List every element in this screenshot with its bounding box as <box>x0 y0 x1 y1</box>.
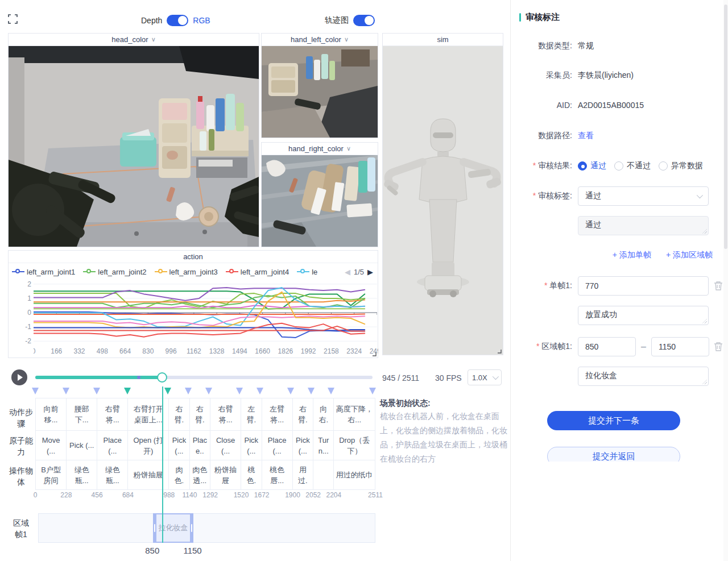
chevron-down-icon[interactable]: ∨ <box>151 36 156 43</box>
timeline-marker[interactable] <box>369 388 376 394</box>
review-tag-select[interactable]: 通过 <box>578 186 709 206</box>
single-frame-dot[interactable] <box>137 376 140 379</box>
atomic-skill-cell: Place.. <box>190 431 210 460</box>
x-tick-label: 332 <box>74 347 85 355</box>
hand-right-camera-title: hand_right_color <box>288 144 344 153</box>
chevron-down-icon[interactable]: ∨ <box>346 146 351 152</box>
chart-x-axis-labels: 0166332498664830996116213281494166018261… <box>34 347 378 356</box>
frame-axis-tick: 228 <box>60 491 72 499</box>
timeline-marker[interactable] <box>328 388 334 394</box>
radio-icon[interactable] <box>614 161 623 171</box>
legend-pagination: ◀ 1/5 ▶ <box>345 268 375 276</box>
trajectory-toggle[interactable] <box>353 15 375 26</box>
timeline-marker[interactable] <box>32 388 39 394</box>
playback-slider[interactable] <box>35 376 373 379</box>
sim-robot-view <box>383 46 503 355</box>
chart-line <box>34 314 365 315</box>
radio-option-通过[interactable]: 通过 <box>578 161 606 171</box>
single-frame-desc-row: 放置成功 <box>516 306 724 325</box>
timeline-marker[interactable] <box>236 388 243 394</box>
timeline-marker[interactable] <box>287 388 294 394</box>
resize-handle-icon[interactable] <box>702 319 707 323</box>
table-column: 向右.Turn... <box>313 398 334 490</box>
legend-item-left_arm_joint2[interactable]: left_arm_joint2 <box>83 268 146 276</box>
robot-data-review-app: Depth RGB 轨迹图 head_color ∨ <box>0 0 728 561</box>
timeline-marker[interactable] <box>63 388 69 394</box>
legend-prev-icon[interactable]: ◀ <box>345 268 350 276</box>
single-frame-input[interactable]: 770 <box>578 276 709 296</box>
field-data-path: 数据路径: 查看 <box>516 131 724 141</box>
legend-next-icon[interactable]: ▶ <box>367 268 373 276</box>
timeline-marker[interactable] <box>164 388 171 394</box>
trajectory-label: 轨迹图 <box>325 15 349 26</box>
radio-option-不通过[interactable]: 不通过 <box>614 161 651 171</box>
frame-axis-tick: 456 <box>92 491 103 499</box>
submit-next-button[interactable]: 提交并下一条 <box>547 411 680 430</box>
table-column: 右臂将...Close (...粉饼抽屉 <box>210 398 241 490</box>
speed-select[interactable]: 1.0X <box>468 369 502 385</box>
single-frame-row: 单帧1: 770 <box>516 276 724 296</box>
x-tick-label: 664 <box>119 347 131 355</box>
resize-handle-icon[interactable] <box>496 348 502 354</box>
scrollbar-thumb[interactable] <box>724 5 727 249</box>
radio-icon[interactable] <box>659 161 668 171</box>
chevron-down-icon[interactable]: ∨ <box>344 36 349 43</box>
depth-rgb-toggle[interactable] <box>167 15 188 26</box>
region-frame-desc-textarea[interactable]: 拉化妆盒 <box>578 367 709 386</box>
panel-title: 审核标注 <box>519 12 560 23</box>
legend-item-le[interactable]: le <box>297 268 317 276</box>
trash-icon[interactable] <box>714 342 723 352</box>
timeline-marker[interactable] <box>308 388 315 394</box>
object-cell: 绿色瓶... <box>97 460 127 490</box>
resize-handle-icon[interactable] <box>702 229 707 234</box>
region-start-input[interactable]: 850 <box>578 337 636 356</box>
review-result-radio-group: 通过不通过异常数据 <box>578 161 703 171</box>
resize-handle-icon[interactable] <box>371 351 377 356</box>
action-step-cell: 腰部下... <box>67 398 97 431</box>
region-track: 拉化妆盒 <box>38 513 375 543</box>
review-comment-row: 通过 <box>516 216 724 235</box>
chart-y-axis-labels: 210-1-2 <box>16 279 31 346</box>
table-column: 右臂.Pick (...肉色. <box>169 398 189 490</box>
legend-label: le <box>312 268 317 276</box>
legend-item-left_arm_joint3[interactable]: left_arm_joint3 <box>155 268 218 276</box>
timeline-marker[interactable] <box>205 388 212 394</box>
object-cell <box>313 460 333 490</box>
add-region-frame-link[interactable]: + 添加区域帧 <box>666 250 713 260</box>
play-button[interactable] <box>11 369 27 385</box>
radio-icon[interactable] <box>578 161 587 171</box>
table-column: 左臂将...Place (...桃色唇... <box>262 398 293 490</box>
single-frame-desc-textarea[interactable]: 放置成功 <box>578 306 709 325</box>
region-band-label: 拉化妆盒 <box>158 523 188 533</box>
panel-title-text: 审核标注 <box>526 12 560 23</box>
region-axis-labels: 850 1150 <box>38 546 375 556</box>
review-tag-value: 通过 <box>585 191 601 201</box>
playback-slider-handle[interactable] <box>157 372 167 383</box>
legend-item-left_arm_joint1[interactable]: left_arm_joint1 <box>12 268 75 276</box>
chart-legend-row: left_arm_joint1left_arm_joint2left_arm_j… <box>12 264 375 279</box>
field-label: 数据类型: <box>516 41 572 51</box>
timeline-marker[interactable] <box>124 388 131 394</box>
resize-handle-icon[interactable] <box>702 380 707 384</box>
region-end-input[interactable]: 1150 <box>651 337 709 356</box>
add-single-frame-link[interactable]: + 添加单帧 <box>613 250 651 260</box>
radio-option-异常数据[interactable]: 异常数据 <box>659 161 703 171</box>
object-cell: 粉饼抽屉 <box>128 460 168 490</box>
region-band-left-handle[interactable] <box>153 514 156 542</box>
trash-icon[interactable] <box>714 281 723 291</box>
region-band-right-handle[interactable] <box>190 514 193 542</box>
frame-axis-tick: 1672 <box>254 491 270 499</box>
legend-item-left_arm_joint4[interactable]: left_arm_joint4 <box>226 268 289 276</box>
review-comment-textarea[interactable]: 通过 <box>578 216 709 235</box>
timeline-marker[interactable] <box>185 388 192 394</box>
view-link[interactable]: 查看 <box>578 131 594 141</box>
timeline-marker[interactable] <box>257 388 263 394</box>
submit-back-button[interactable]: 提交并返回 <box>547 447 680 462</box>
top-toolbar: Depth RGB 轨迹图 <box>0 0 510 32</box>
legend-page-indicator: 1/5 <box>354 268 364 276</box>
region-band[interactable]: 拉化妆盒 <box>153 513 193 543</box>
timeline-marker[interactable] <box>93 388 100 394</box>
fullscreen-icon[interactable] <box>8 14 18 24</box>
field-label: 单帧1: <box>516 281 572 291</box>
field-value: A2D0015AB00015 <box>578 101 644 110</box>
